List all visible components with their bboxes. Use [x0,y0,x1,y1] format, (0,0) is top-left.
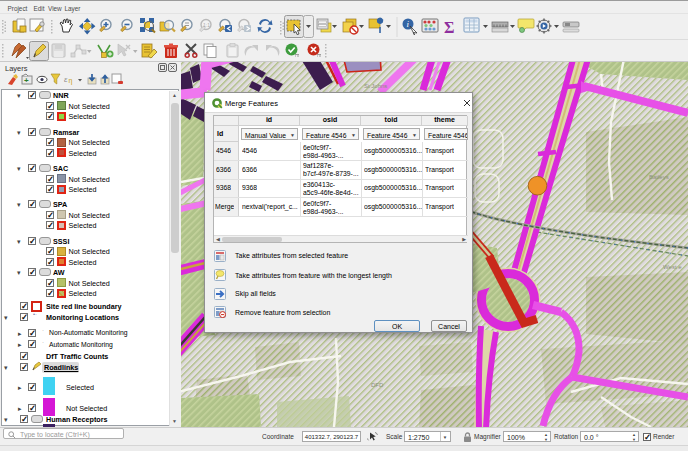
svg-text:Batleys: Batleys [649,174,669,180]
svg-text:West e: West e [663,264,682,270]
svg-text:η: η [69,77,73,85]
svg-text:ε: ε [64,75,68,84]
svg-text:1:1: 1:1 [203,22,210,28]
svg-text:St Johns: St Johns [364,83,387,89]
svg-text:DFD: DFD [371,382,384,388]
svg-text:Σ: Σ [444,19,454,36]
svg-text:+: + [24,76,29,85]
